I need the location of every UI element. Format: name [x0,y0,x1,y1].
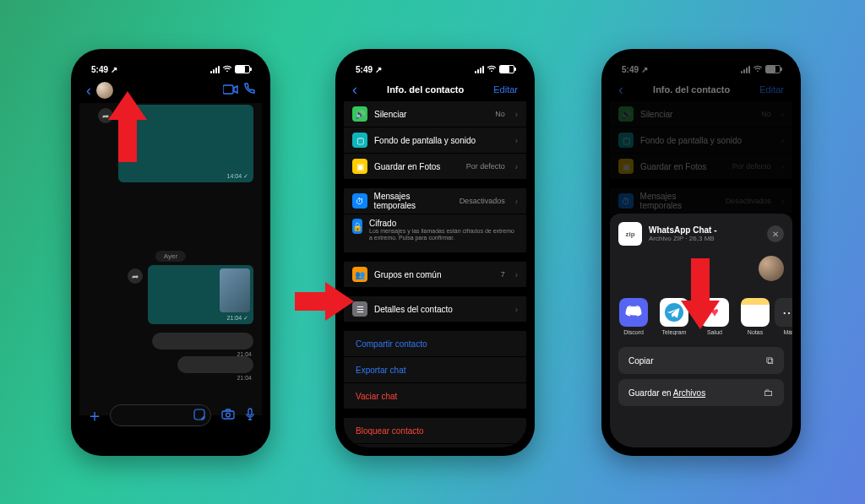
more-icon: ⋯ [775,298,792,327]
annotation-arrow-up [108,91,147,162]
wallpaper-icon: ▢ [352,133,367,148]
row-value: No [495,110,505,118]
chevron-right-icon: › [515,270,518,279]
row-label: Grupos en común [374,270,442,279]
link-compartir-contacto[interactable]: Compartir contacto [344,331,526,357]
signal-icon [210,66,220,73]
chevron-right-icon: › [515,162,518,171]
video-call-icon[interactable] [223,83,238,98]
row-cifrado[interactable]: 🔒 Cifrado Los mensajes y las llamadas es… [344,214,526,253]
mic-icon[interactable] [245,408,255,424]
row-temporales[interactable]: ⏱ Mensajes temporales Desactivados › [344,188,526,214]
share-app-more[interactable]: ⋯ Más [781,298,792,335]
link-bloquear-contacto[interactable]: Bloquear contacto [344,418,526,444]
lock-icon: 🔒 [352,219,362,234]
message-bubble-text[interactable] [152,333,253,350]
link-reportar-contacto[interactable]: Reportar contacto [344,444,526,447]
wifi-icon [222,65,232,74]
screen-contact-info: 5:49 ↗ ‹ Info. del contacto Editar 🔊 Sil… [344,57,526,447]
page-title: Info. del contacto [387,84,464,95]
message-input[interactable] [110,404,211,426]
share-app-discord[interactable]: Discord [618,298,649,335]
chevron-right-icon: › [515,197,518,206]
share-file-subtitle: Archivo ZIP · 26,3 MB [649,235,717,242]
screen-share-sheet: 5:49 ↗ ‹ Info. del contacto Editar 🔊 Sil… [610,57,792,447]
row-label: Detalles del contacto [374,305,453,314]
annotation-arrow-down [681,258,720,329]
row-subtext: Los mensajes y las llamadas están cifrad… [369,228,518,242]
mute-icon: 🔊 [352,106,367,122]
photos-icon: ▣ [352,159,367,174]
row-label: Mensajes temporales [374,192,453,210]
chevron-right-icon: › [515,136,518,145]
contact-icon: ☰ [352,301,367,317]
phone-3: 5:49 ↗ ‹ Info. del contacto Editar 🔊 Sil… [601,49,801,456]
notch [133,49,209,64]
row-detalles[interactable]: ☰ Detalles del contacto › [344,296,526,322]
row-fotos[interactable]: ▣ Guardar en Fotos Por defecto › [344,154,526,180]
app-label: Más [772,329,792,335]
phone-1: 5:49 ↗ ‹ [71,49,270,456]
back-icon[interactable]: ‹ [86,83,91,98]
share-sheet-header: zip WhatsApp Chat - Archivo ZIP · 26,3 M… [618,222,784,246]
chevron-right-icon: › [515,110,518,119]
signal-icon [475,66,484,73]
notch [397,49,473,64]
attach-icon[interactable]: ＋ [86,404,103,427]
app-label: Telegram [657,329,691,335]
nav-bar: ‹ Info. del contacto Editar [344,78,526,101]
row-value: Por defecto [466,162,505,171]
annotation-arrow-right [295,282,354,321]
share-file-title: WhatsApp Chat - [649,225,717,235]
action-label: Copiar [628,356,653,366]
forward-icon[interactable]: ➦ [128,268,143,284]
message-bubble-image[interactable]: ➦ 21:04 ✓ [148,265,253,324]
action-label: Guardar en Archivos [628,388,705,398]
app-label: Discord [617,329,650,335]
zip-file-icon: zip [618,222,642,246]
link-vaciar-chat[interactable]: Vaciar chat [344,383,526,409]
image-thumbnail [220,268,250,312]
sticker-icon[interactable] [193,409,205,423]
settings-list: 🔊 Silenciar No › ▢ Fondo de pantalla y s… [344,101,526,447]
folder-icon: 🗀 [764,387,774,398]
status-time: 5:49 ↗ [356,65,382,74]
row-fondo[interactable]: ▢ Fondo de pantalla y sonido › [344,127,526,154]
chat-input-bar: ＋ [79,400,262,431]
link-exportar-chat[interactable]: Exportar chat [344,357,526,383]
edit-button[interactable]: Editar [493,84,518,95]
chevron-right-icon: › [515,305,518,314]
row-grupos[interactable]: 👥 Grupos en común 7 › [344,262,526,288]
screen-chat: 5:49 ↗ ‹ [79,57,262,447]
message-timestamp: 21:04 ✓ [227,315,248,322]
voice-call-icon[interactable] [243,83,255,98]
notch [663,49,739,64]
row-value: 7 [501,270,505,279]
svg-rect-0 [223,85,233,94]
share-app-notas[interactable]: Notas [740,298,770,335]
row-label: Silenciar [374,110,406,119]
timer-icon: ⏱ [352,193,367,209]
contact-avatar[interactable] [759,256,784,281]
message-timestamp: 14:04 ✓ [227,173,248,180]
row-label: Guardar en Fotos [374,162,440,171]
share-sheet: zip WhatsApp Chat - Archivo ZIP · 26,3 M… [610,214,792,447]
svg-rect-2 [222,411,234,419]
app-label: Notas [738,329,772,335]
action-guardar-archivos[interactable]: Guardar en Archivos 🗀 [618,379,784,406]
action-copiar[interactable]: Copiar ⧉ [618,347,784,374]
close-icon[interactable]: ✕ [767,225,784,242]
date-separator: Ayer [155,251,186,262]
battery-icon [499,65,514,73]
svg-point-3 [226,413,231,417]
row-label: Fondo de pantalla y sonido [374,136,476,145]
message-bubble-text[interactable] [177,356,253,373]
battery-icon [235,65,250,73]
app-label: Salud [698,329,732,335]
back-icon[interactable]: ‹ [352,82,357,97]
phone-2: 5:49 ↗ ‹ Info. del contacto Editar 🔊 Sil… [335,49,535,456]
chat-body[interactable]: ➦ 14:04 ✓ Ayer ➦ 21:04 ✓ 21:04 21:04 [79,103,262,415]
wifi-icon [487,65,497,74]
camera-icon[interactable] [221,409,235,422]
row-silenciar[interactable]: 🔊 Silenciar No › [344,101,526,127]
